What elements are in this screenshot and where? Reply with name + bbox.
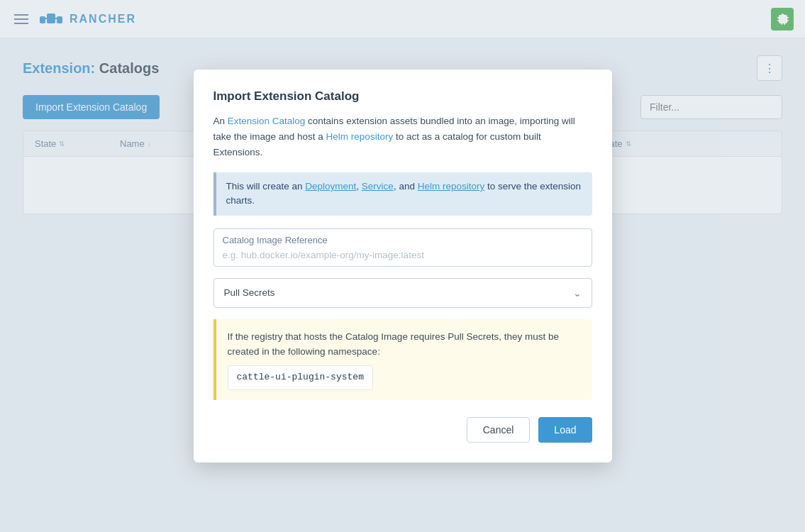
load-button[interactable]: Load (538, 417, 592, 443)
pull-secrets-label: Pull Secrets (224, 287, 275, 298)
warning-box: If the registry that hosts the Catalog I… (213, 319, 592, 400)
helm-repo-link[interactable]: Helm repository (418, 181, 485, 192)
namespace-code: cattle-ui-plugin-system (228, 365, 373, 390)
deployment-link[interactable]: Deployment (305, 181, 356, 192)
extension-catalog-link[interactable]: Extension Catalog (228, 116, 306, 126)
catalog-image-input-container: Catalog Image Reference (213, 228, 592, 267)
catalog-image-label: Catalog Image Reference (214, 229, 592, 247)
catalog-image-input[interactable] (214, 247, 592, 266)
import-extension-catalog-modal: Import Extension Catalog An Extension Ca… (194, 70, 612, 462)
info-box: This will create an Deployment, Service,… (213, 172, 592, 216)
modal-footer: Cancel Load (213, 417, 592, 443)
pull-secrets-dropdown[interactable]: Pull Secrets ⌄ (213, 278, 592, 308)
modal-title: Import Extension Catalog (213, 89, 592, 104)
chevron-down-icon: ⌄ (573, 287, 582, 299)
service-link[interactable]: Service (362, 181, 394, 192)
modal-description: An Extension Catalog contains extension … (213, 113, 592, 160)
helm-repository-link[interactable]: Helm repository (326, 131, 394, 142)
catalog-image-field-group: Catalog Image Reference (213, 228, 592, 267)
modal-overlay: Import Extension Catalog An Extension Ca… (0, 0, 805, 532)
cancel-button[interactable]: Cancel (467, 417, 531, 443)
